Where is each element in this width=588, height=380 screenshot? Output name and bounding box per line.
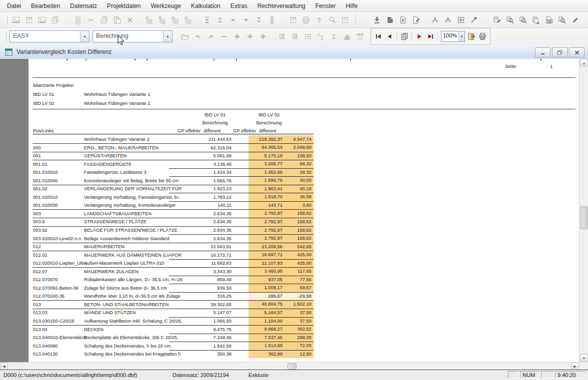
picture-icon[interactable] (36, 14, 48, 25)
indent-icon[interactable] (290, 31, 300, 42)
edit-doc-icon[interactable] (410, 14, 422, 25)
delete-icon[interactable] (124, 14, 136, 25)
restore-button[interactable] (552, 47, 568, 57)
table-row: 1.104,0037,50013.030150-C20/25Aufkantung… (28, 317, 579, 326)
menu-item-hilfe[interactable]: Hilfe (340, 1, 362, 11)
search-icon[interactable] (326, 14, 338, 25)
print-icon[interactable] (300, 14, 312, 25)
price-table-icon[interactable] (544, 14, 554, 25)
copy-icon[interactable] (98, 14, 110, 25)
preview-picture-icon[interactable] (10, 14, 22, 25)
column-diff1-label: different (204, 128, 220, 133)
horizontal-scroll-thumb[interactable] (288, 363, 296, 370)
link-in-icon[interactable] (430, 14, 440, 25)
insert-position-icon[interactable] (232, 31, 242, 42)
search-db-icon[interactable] (504, 14, 516, 25)
link-out-icon[interactable] (442, 14, 454, 25)
table-rule-line (169, 317, 314, 318)
vertical-scroll-thumb[interactable] (580, 206, 588, 229)
split-view-icon[interactable] (340, 14, 350, 25)
export-icon[interactable] (384, 14, 396, 25)
pin-icon[interactable] (468, 14, 480, 25)
menu-item-rechteverwaltung[interactable]: Rechteverwaltung (252, 1, 310, 11)
open-icon[interactable] (180, 31, 190, 42)
search-text-icon[interactable] (556, 14, 568, 25)
insert-sublevel-icon[interactable] (156, 14, 168, 25)
print-page-button[interactable] (477, 31, 488, 42)
table-rule-line (169, 176, 314, 177)
import-docs-icon[interactable] (530, 14, 542, 25)
menu-item-fenster[interactable]: Fenster (310, 1, 341, 11)
add-position-icon[interactable] (244, 31, 256, 42)
properties-icon[interactable] (288, 14, 298, 25)
document-titlebar[interactable]: Variantenvergleich Kosten Differenz (0, 45, 588, 59)
edit-text-icon[interactable] (570, 14, 580, 25)
toolbar-grip[interactable] (5, 15, 8, 25)
remove-position-icon[interactable] (218, 31, 230, 42)
zoom-combobox[interactable]: 100%▼ (441, 31, 465, 42)
paste-icon[interactable] (112, 14, 122, 25)
move-up-icon[interactable] (228, 14, 238, 25)
move-first-icon[interactable] (202, 14, 212, 25)
menu-item-werkzeuge[interactable]: Werkzeuge (146, 1, 186, 11)
move-down-icon[interactable] (240, 14, 252, 25)
row-text: Beläge Aussenbereich mittlerer Standard (84, 236, 202, 241)
insert-level-icon[interactable] (144, 14, 154, 25)
row-text: Schalung des Deckenrandes bei Kragplatte… (84, 351, 202, 357)
close-button[interactable] (569, 47, 584, 57)
scroll-left-button[interactable]: ◀ (0, 363, 8, 370)
menu-item-extras[interactable]: Extras (226, 1, 252, 11)
sum-icon[interactable]: Σ (328, 31, 340, 42)
move-last-icon[interactable] (266, 14, 278, 25)
clipped-text-fragment (236, 59, 237, 60)
redo-icon[interactable] (206, 31, 216, 42)
cost-table-rows: 218.392,376.947,74Wohnhaus Tübingen Vari… (28, 135, 579, 359)
reb-icon[interactable]: REBCO (354, 31, 366, 42)
import-icon[interactable] (372, 14, 382, 25)
toolbar-grip[interactable] (4, 31, 6, 41)
scroll-up-button[interactable]: ▲ (580, 59, 588, 67)
menu-item-datei[interactable]: Datei (2, 1, 26, 11)
menu-item-bearbeiten[interactable]: Bearbeiten (26, 1, 65, 11)
view-combobox[interactable]: Berechnung ▼ (92, 30, 172, 42)
project-combobox[interactable]: EASY ▼ (10, 30, 90, 42)
edit-calculation-icon[interactable] (492, 14, 502, 25)
indent-level-icon[interactable] (182, 14, 194, 25)
menu-item-projektdaten[interactable]: Projektdaten (102, 1, 146, 11)
last-page-button[interactable] (425, 31, 436, 42)
undo-icon[interactable] (192, 31, 204, 42)
copy-report-icon[interactable] (50, 14, 60, 25)
report-form-icon[interactable] (24, 14, 34, 25)
chevron-down-icon[interactable]: ▼ (80, 31, 89, 42)
new-icon[interactable] (72, 14, 84, 25)
scroll-right-button[interactable]: ▶ (571, 363, 579, 370)
table-row: 218.392,376.947,74Wohnhaus Tübingen Vari… (28, 135, 579, 144)
minimize-button[interactable] (535, 47, 550, 57)
prev-page-button[interactable] (384, 31, 395, 42)
numbered-list-icon[interactable] (302, 31, 314, 42)
search-project-icon[interactable] (518, 14, 528, 25)
row-text: Deckenplatte als Elementdecke, Stb C 20/… (84, 335, 202, 340)
formula-sum-icon[interactable]: fΣ (316, 31, 326, 42)
move-up-fast-icon[interactable] (214, 14, 226, 25)
chevron-down-icon[interactable]: ▼ (458, 31, 464, 41)
menu-item-kalkulation[interactable]: Kalkulation (186, 1, 226, 11)
outdent-level-icon[interactable] (170, 14, 180, 25)
outdent-icon[interactable] (276, 31, 288, 42)
move-down-fast-icon[interactable] (254, 14, 264, 25)
copy-page-button[interactable] (399, 31, 410, 42)
menu-item-datensatz[interactable]: Datensatz (65, 1, 102, 11)
add-subposition-icon[interactable] (258, 31, 268, 42)
first-page-button[interactable] (373, 31, 384, 42)
close-preview-button[interactable] (466, 31, 477, 42)
help-icon[interactable]: ? (314, 14, 324, 25)
table-icon[interactable] (456, 14, 466, 25)
table-rule-line (32, 300, 314, 301)
row-diff-value: 37,50 (284, 309, 314, 317)
statistics-icon[interactable] (342, 31, 352, 42)
export-doc-icon[interactable] (398, 14, 408, 25)
scroll-down-button[interactable]: ▼ (580, 354, 588, 362)
cut-icon[interactable]: ✂ (86, 14, 96, 25)
chevron-down-icon[interactable]: ▼ (163, 31, 172, 42)
next-page-button[interactable] (414, 31, 425, 42)
